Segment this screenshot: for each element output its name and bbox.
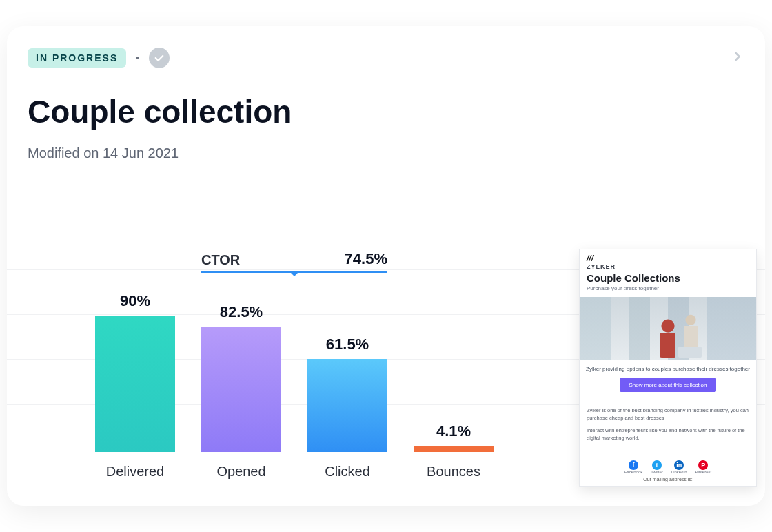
email-preview[interactable]: /// ZYLKER Couple Collections Purchase y… [579, 249, 757, 487]
preview-logo: /// [587, 254, 749, 263]
bar-rect [414, 446, 494, 452]
campaign-title: Couple collection [28, 93, 765, 130]
twitter-icon: t [652, 460, 662, 470]
bar-value: 82.5% [220, 303, 263, 321]
category-label: Clicked [307, 464, 387, 480]
category-label: Delivered [95, 464, 175, 480]
chart-bars: 90% 82.5% 61.5% 4.1% [95, 273, 494, 452]
campaign-card: IN PROGRESS • Couple collection Modified… [7, 26, 765, 506]
social-linkedin[interactable]: inLinkedIn [671, 460, 687, 474]
preview-line1: Zylker providing options to couples purc… [580, 366, 756, 372]
pinterest-icon: P [698, 460, 708, 470]
preview-social-row: fFacebook tTwitter inLinkedIn PPinterest [580, 455, 756, 474]
social-facebook[interactable]: fFacebook [624, 460, 642, 474]
ctor-annotation: CTOR 74.5% [201, 250, 387, 273]
chart-labels: Delivered Opened Clicked Bounces [95, 464, 494, 480]
preview-heading: Couple Collections [587, 272, 749, 284]
verified-icon [149, 48, 170, 68]
preview-subheading: Purchase your dress together [587, 285, 749, 291]
preview-footer: Our mailing address is: [580, 474, 756, 486]
category-label: Opened [201, 464, 281, 480]
bar-bounces: 4.1% [414, 422, 494, 452]
bar-opened: 82.5% [201, 303, 281, 452]
bar-rect [307, 359, 387, 452]
preview-body2: Interact with entrepreneurs like you and… [580, 422, 756, 442]
ctor-value: 74.5% [345, 250, 387, 268]
bar-delivered: 90% [95, 292, 175, 452]
chevron-right-icon[interactable] [731, 47, 744, 68]
card-header: IN PROGRESS • [28, 47, 765, 68]
linkedin-icon: in [674, 460, 684, 470]
modified-date: Modified on 14 Jun 2021 [28, 145, 765, 161]
status-badge: IN PROGRESS [28, 48, 126, 68]
chart: CTOR 74.5% 90% 82.5% 61.5% 4.1% Del [7, 269, 765, 487]
preview-brand: ZYLKER [587, 263, 749, 270]
bar-value: 61.5% [326, 336, 369, 354]
separator-dot: • [136, 52, 139, 63]
bar-value: 4.1% [436, 422, 471, 440]
social-twitter[interactable]: tTwitter [651, 460, 663, 474]
ctor-label: CTOR [201, 252, 240, 268]
category-label: Bounces [414, 464, 494, 480]
bar-value: 90% [120, 292, 150, 310]
social-pinterest[interactable]: PPinterest [695, 460, 712, 474]
preview-body1: Zylker is one of the best branding compa… [580, 402, 756, 422]
preview-hero-image [580, 297, 756, 360]
logo-icon: /// [587, 254, 593, 263]
facebook-icon: f [629, 460, 638, 470]
preview-cta-button[interactable]: Show more about this collection [620, 378, 717, 392]
bar-rect [95, 316, 175, 452]
bar-rect [201, 327, 281, 452]
bar-clicked: 61.5% [307, 336, 387, 452]
